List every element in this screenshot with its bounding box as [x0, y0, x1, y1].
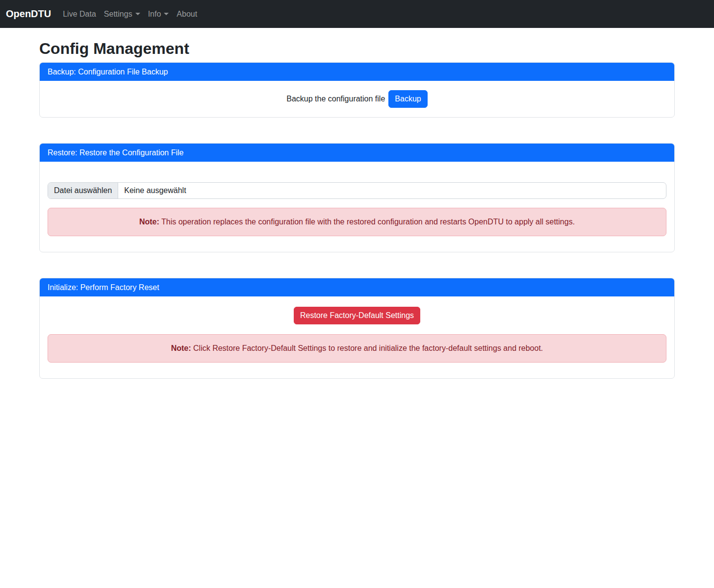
initialize-note-alert: Note: Click Restore Factory-Default Sett… [48, 334, 666, 363]
restore-card-body: Datei auswählen Keine ausgewählt Note: T… [40, 162, 674, 252]
backup-label: Backup the configuration file [286, 95, 385, 103]
restore-card: Restore: Restore the Configuration File … [39, 143, 675, 252]
top-navbar: OpenDTU Live Data Settings Info About [0, 0, 714, 28]
initialize-card: Initialize: Perform Factory Reset Restor… [39, 278, 675, 379]
note-label: Note: [171, 344, 191, 352]
nav-item-label: Settings [104, 10, 132, 19]
restore-card-header: Restore: Restore the Configuration File [40, 144, 674, 162]
factory-reset-button[interactable]: Restore Factory-Default Settings [294, 307, 420, 324]
config-file-input[interactable]: Datei auswählen Keine ausgewählt [48, 182, 666, 199]
note-text: Click Restore Factory-Default Settings t… [193, 344, 543, 352]
chevron-down-icon [135, 13, 140, 15]
restore-note-alert: Note: This operation replaces the config… [48, 208, 666, 236]
main-content: Config Management Backup: Configuration … [39, 28, 675, 379]
file-status-text: Keine ausgewählt [118, 183, 192, 198]
backup-card-header: Backup: Configuration File Backup [40, 63, 674, 81]
nav-item-settings[interactable]: Settings [100, 6, 144, 23]
nav-item-label: About [177, 10, 197, 19]
note-label: Note: [139, 218, 159, 226]
brand-opendtu[interactable]: OpenDTU [6, 8, 51, 20]
initialize-card-header: Initialize: Perform Factory Reset [40, 278, 674, 296]
chevron-down-icon [164, 13, 169, 15]
file-choose-button[interactable]: Datei auswählen [48, 183, 118, 198]
backup-card: Backup: Configuration File Backup Backup… [39, 62, 675, 118]
nav-item-info[interactable]: Info [144, 6, 173, 23]
backup-button[interactable]: Backup [388, 90, 427, 108]
backup-card-body: Backup the configuration file Backup [40, 81, 674, 117]
nav-item-about[interactable]: About [173, 6, 201, 23]
initialize-card-body: Restore Factory-Default Settings Note: C… [40, 296, 674, 378]
nav-item-label: Info [148, 10, 161, 19]
page-title: Config Management [39, 39, 675, 58]
nav-item-live-data[interactable]: Live Data [59, 6, 100, 23]
nav-item-label: Live Data [63, 10, 96, 19]
note-text: This operation replaces the configuratio… [161, 218, 575, 226]
